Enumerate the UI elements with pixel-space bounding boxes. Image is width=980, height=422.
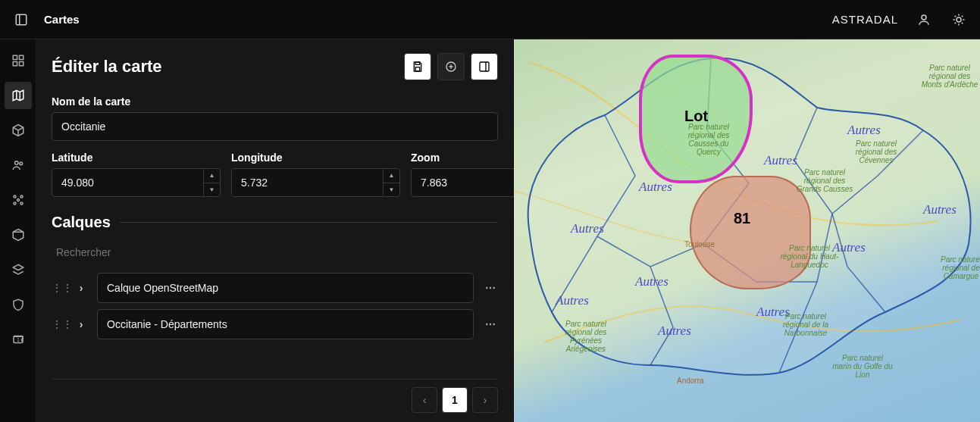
user-icon[interactable]	[915, 11, 933, 29]
rail-map-icon[interactable]	[5, 82, 32, 109]
svg-line-11	[962, 15, 963, 17]
nav-rail	[0, 39, 36, 422]
lon-step-up[interactable]: ▲	[384, 169, 399, 183]
toggle-sidebar-icon[interactable]	[12, 11, 30, 29]
rail-nodes-icon[interactable]	[5, 186, 32, 214]
rail-layers-icon[interactable]	[5, 256, 32, 283]
pager: ‹ 1 ›	[52, 379, 498, 413]
rail-dashboard-icon[interactable]	[5, 47, 32, 74]
lat-step-down[interactable]: ▼	[204, 183, 220, 197]
svg-marker-28	[13, 264, 23, 270]
lon-step-down[interactable]: ▼	[384, 183, 399, 197]
lat-step-up[interactable]: ▲	[204, 169, 220, 183]
layer-row: ⋮⋮ › Calque OpenStreetMap ⋯	[52, 273, 498, 303]
page-title: Cartes	[44, 13, 80, 26]
panel-title: Éditer la carte	[52, 57, 162, 77]
svg-marker-16	[13, 90, 23, 101]
svg-rect-15	[19, 62, 23, 66]
chevron-right-icon[interactable]: ›	[74, 282, 88, 294]
svg-rect-14	[13, 62, 17, 66]
svg-rect-32	[415, 67, 419, 71]
svg-point-26	[17, 199, 19, 202]
layer-name[interactable]: Calque OpenStreetMap	[97, 273, 474, 303]
brand-name: ASTRADAL	[832, 13, 898, 26]
rail-cube-icon[interactable]	[5, 117, 32, 144]
svg-point-3	[957, 17, 961, 22]
svg-line-10	[955, 22, 957, 23]
latitude-input[interactable]	[52, 169, 203, 196]
drag-handle-icon[interactable]: ⋮⋮	[52, 318, 65, 330]
longitude-input[interactable]	[232, 169, 383, 196]
layer-row: ⋮⋮ › Occitanie - Départements ⋯	[52, 309, 498, 339]
layer-search-input[interactable]	[52, 240, 498, 265]
latitude-label: Latitude	[52, 152, 221, 164]
layers-section-title: Calques	[52, 214, 111, 231]
theme-icon[interactable]	[950, 11, 968, 29]
save-button[interactable]	[404, 53, 431, 80]
more-icon[interactable]: ⋯	[483, 318, 498, 330]
map-canvas[interactable]: Lot 81 Autres Autres Autres Autres Autre…	[514, 39, 980, 422]
rail-package-icon[interactable]	[5, 221, 32, 249]
rail-users-icon[interactable]	[5, 152, 32, 179]
editor-panel: Éditer la carte Nom de la carte	[36, 39, 514, 422]
map-name-input[interactable]	[52, 112, 498, 141]
collapse-panel-button[interactable]	[471, 53, 498, 80]
chevron-right-icon[interactable]: ›	[74, 318, 88, 330]
longitude-label: Longitude	[231, 152, 400, 164]
svg-line-8	[955, 15, 957, 17]
rail-ticket-icon[interactable]	[5, 326, 32, 353]
more-icon[interactable]: ⋯	[483, 282, 498, 294]
svg-rect-0	[16, 14, 27, 25]
svg-point-21	[19, 162, 22, 165]
page-next-button[interactable]: ›	[472, 387, 498, 413]
rail-shield-icon[interactable]	[5, 291, 32, 318]
svg-point-20	[14, 161, 18, 165]
add-button[interactable]	[437, 53, 465, 80]
svg-point-24	[14, 202, 16, 205]
svg-point-2	[922, 15, 926, 20]
page-prev-button[interactable]: ‹	[412, 387, 437, 413]
drag-handle-icon[interactable]: ⋮⋮	[52, 282, 65, 294]
svg-rect-13	[19, 55, 23, 59]
map-name-label: Nom de la carte	[52, 95, 498, 108]
svg-point-22	[14, 195, 16, 198]
map-region-81[interactable]	[690, 176, 811, 289]
page-number[interactable]: 1	[442, 387, 468, 413]
svg-point-23	[20, 195, 23, 198]
topbar: Cartes ASTRADAL	[0, 0, 980, 39]
svg-rect-31	[415, 62, 419, 64]
layer-name[interactable]: Occitanie - Départements	[97, 309, 474, 339]
svg-point-25	[20, 202, 23, 205]
svg-line-9	[962, 22, 963, 23]
svg-rect-12	[13, 55, 17, 59]
svg-rect-36	[480, 62, 489, 71]
